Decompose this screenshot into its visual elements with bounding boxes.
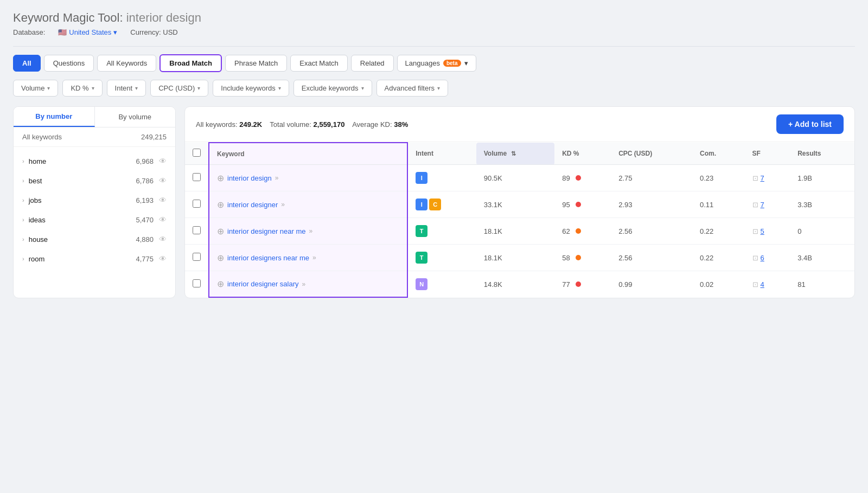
sf-value[interactable]: 7 [761, 201, 764, 209]
volume-cell: 18.1K [476, 245, 554, 271]
results-cell: 1.9B [790, 165, 854, 191]
row-checkbox[interactable] [193, 200, 201, 208]
list-item[interactable]: › best 6,786 👁 [14, 171, 175, 190]
kd-cell: 95 [554, 191, 611, 218]
add-to-list-button[interactable]: + Add to list [776, 114, 844, 134]
kd-cell: 77 [554, 271, 611, 298]
eye-icon[interactable]: 👁 [159, 215, 167, 224]
eye-icon[interactable]: 👁 [159, 176, 167, 185]
th-cpc: CPC (USD) [611, 143, 692, 165]
total-volume-label: Total volume: [270, 120, 311, 129]
content-header: All keywords: 249.2K Total volume: 2,559… [185, 107, 854, 142]
filters-row: Volume ▾ KD % ▾ Intent ▾ CPC (USD) ▾ Inc… [13, 80, 855, 97]
all-keywords-label: All keywords: [196, 120, 238, 129]
sidebar-toggle: By number By volume [14, 107, 175, 127]
filter-intent[interactable]: Intent ▾ [107, 80, 146, 97]
th-intent: Intent [407, 143, 476, 165]
list-item[interactable]: › home 6,968 👁 [14, 151, 175, 171]
add-circle-icon[interactable]: ⊕ [217, 200, 224, 210]
select-all-checkbox[interactable] [193, 149, 201, 157]
kd-dot [576, 228, 581, 234]
sidebar-header-col1: All keywords [22, 133, 62, 141]
sf-value[interactable]: 5 [761, 227, 764, 235]
tab-related[interactable]: Related [351, 55, 394, 72]
row-checkbox[interactable] [193, 226, 201, 234]
database-name: United States [69, 28, 111, 36]
tab-broad-match[interactable]: Broad Match [159, 54, 222, 72]
list-item[interactable]: › ideas 5,470 👁 [14, 210, 175, 229]
arrow-right-icon: » [281, 201, 285, 208]
list-item[interactable]: › room 4,775 👁 [14, 249, 175, 268]
tab-questions[interactable]: Questions [44, 55, 94, 72]
keywords-table: Keyword Intent Volume ⇅ KD % CPC (USD) C… [185, 142, 854, 298]
eye-icon[interactable]: 👁 [159, 235, 167, 244]
intent-cell: T [407, 245, 476, 271]
tab-all-keywords[interactable]: All Keywords [97, 55, 156, 72]
kd-dot [576, 281, 581, 287]
row-select [185, 245, 209, 271]
table-wrapper: Keyword Intent Volume ⇅ KD % CPC (USD) C… [185, 142, 854, 298]
title-static: Keyword Magic Tool: [13, 11, 123, 24]
eye-icon[interactable]: 👁 [159, 254, 167, 263]
table-row: ⊕ interior designer » IC 33.1K 95 2.93 0… [185, 191, 854, 218]
arrow-right-icon: » [309, 227, 313, 235]
filter-advanced[interactable]: Advanced filters ▾ [376, 80, 449, 97]
add-circle-icon[interactable]: ⊕ [217, 173, 224, 183]
currency-label: Currency: USD [130, 28, 177, 36]
keyword-link[interactable]: ⊕ interior designer near me » [217, 226, 399, 236]
keyword-link[interactable]: ⊕ interior designers near me » [217, 253, 399, 263]
filter-exclude-keywords[interactable]: Exclude keywords ▾ [293, 80, 372, 97]
sf-value[interactable]: 4 [761, 280, 764, 289]
eye-icon[interactable]: 👁 [159, 157, 167, 165]
kd-dot [576, 175, 581, 181]
sf-cell: ⊡ 6 [745, 245, 790, 271]
filter-kd-label: KD % [71, 84, 88, 92]
row-select [185, 218, 209, 245]
th-select [185, 143, 209, 165]
tab-phrase-match[interactable]: Phrase Match [225, 55, 287, 72]
sidebar-by-volume-btn[interactable]: By volume [95, 107, 176, 127]
filter-include-keywords[interactable]: Include keywords ▾ [213, 80, 289, 97]
keyword-link[interactable]: ⊕ interior design » [217, 173, 399, 183]
intent-cell: I [407, 165, 476, 191]
sf-value[interactable]: 6 [761, 254, 764, 262]
sidebar-by-number-btn[interactable]: By number [14, 107, 95, 127]
sidebar-header-col2: 249,215 [141, 133, 167, 141]
row-checkbox[interactable] [193, 173, 201, 181]
tab-all[interactable]: All [13, 55, 41, 72]
languages-button[interactable]: Languages beta ▾ [397, 55, 476, 72]
list-item[interactable]: › jobs 6,193 👁 [14, 190, 175, 210]
keyword-link[interactable]: ⊕ interior designer » [217, 200, 399, 210]
sidebar-count: 6,786 [136, 177, 154, 185]
sf-cell: ⊡ 7 [745, 165, 790, 191]
sidebar-count: 4,880 [136, 235, 154, 244]
filter-volume[interactable]: Volume ▾ [13, 80, 58, 97]
filter-kd[interactable]: KD % ▾ [62, 80, 102, 97]
row-checkbox[interactable] [193, 279, 201, 287]
sf-value[interactable]: 7 [761, 174, 764, 182]
sidebar: By number By volume All keywords 249,215… [13, 106, 176, 298]
filter-cpc[interactable]: CPC (USD) ▾ [150, 80, 208, 97]
database-selector[interactable]: 🇺🇸 United States ▾ [58, 28, 117, 36]
cpc-cell: 2.93 [611, 191, 692, 218]
add-circle-icon[interactable]: ⊕ [217, 226, 224, 236]
main-area: By number By volume All keywords 249,215… [13, 106, 855, 298]
th-volume[interactable]: Volume ⇅ [476, 143, 554, 165]
keyword-cell: ⊕ interior designer salary » [209, 271, 407, 298]
list-item[interactable]: › house 4,880 👁 [14, 229, 175, 249]
database-label: Database: [13, 28, 45, 36]
add-circle-icon[interactable]: ⊕ [217, 279, 224, 289]
row-checkbox[interactable] [193, 253, 201, 261]
sidebar-keyword: room [29, 255, 45, 263]
th-com: Com. [692, 143, 745, 165]
th-kd: KD % [554, 143, 611, 165]
page-title: Keyword Magic Tool: interior design [13, 11, 855, 25]
avg-kd-value: 38% [394, 120, 408, 129]
tab-exact-match[interactable]: Exact Match [290, 55, 348, 72]
com-cell: 0.23 [692, 165, 745, 191]
sort-icon: ⇅ [511, 150, 516, 157]
keyword-link[interactable]: ⊕ interior designer salary » [217, 279, 399, 289]
results-cell: 3.4B [790, 245, 854, 271]
add-circle-icon[interactable]: ⊕ [217, 253, 224, 263]
eye-icon[interactable]: 👁 [159, 196, 167, 204]
